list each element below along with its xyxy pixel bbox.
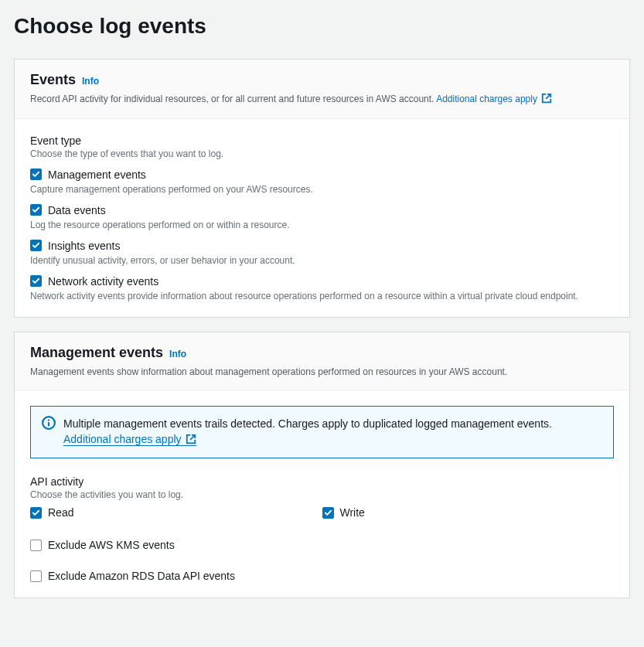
- read-label: Read: [48, 506, 73, 519]
- alert-text: Multiple management events trails detect…: [63, 416, 552, 431]
- management-panel-header: Management events Info Management events…: [15, 332, 629, 390]
- page-title: Choose log events: [14, 14, 630, 39]
- exclude-rds-checkbox-row[interactable]: Exclude Amazon RDS Data API events: [30, 570, 614, 582]
- external-link-icon: [541, 93, 552, 107]
- read-checkbox[interactable]: [30, 507, 42, 519]
- management-events-checkbox[interactable]: [30, 169, 42, 180]
- info-icon: [42, 416, 56, 433]
- management-events-checkbox-row[interactable]: Management events: [30, 169, 614, 181]
- network-events-checkbox-row[interactable]: Network activity events: [30, 275, 614, 288]
- events-info-link[interactable]: Info: [82, 76, 99, 87]
- read-checkbox-row[interactable]: Read: [30, 506, 322, 519]
- events-panel-header: Events Info Record API activity for indi…: [15, 60, 629, 119]
- exclude-rds-label: Exclude Amazon RDS Data API events: [48, 570, 235, 582]
- management-events-label: Management events: [48, 169, 146, 181]
- events-charges-link[interactable]: Additional charges apply: [436, 94, 552, 104]
- data-events-checkbox[interactable]: [30, 204, 42, 216]
- events-panel: Events Info Record API activity for indi…: [14, 59, 630, 318]
- events-panel-desc: Record API activity for individual resou…: [30, 93, 614, 107]
- management-panel: Management events Info Management events…: [14, 332, 630, 598]
- data-events-checkbox-row[interactable]: Data events: [30, 204, 614, 216]
- events-desc-text: Record API activity for individual resou…: [30, 94, 436, 104]
- data-events-label: Data events: [48, 204, 106, 216]
- exclude-rds-checkbox[interactable]: [30, 570, 42, 582]
- exclude-kms-checkbox-row[interactable]: Exclude AWS KMS events: [30, 539, 614, 551]
- event-type-label: Event type: [30, 135, 614, 147]
- management-info-link[interactable]: Info: [169, 349, 186, 359]
- write-checkbox-row[interactable]: Write: [322, 506, 615, 519]
- network-events-label: Network activity events: [48, 275, 158, 288]
- insights-events-desc: Identify unusual activity, errors, or us…: [30, 255, 614, 266]
- management-panel-body: Multiple management events trails detect…: [15, 390, 629, 598]
- event-type-hint: Choose the type of events that you want …: [30, 148, 614, 159]
- external-link-icon: [186, 433, 196, 448]
- management-events-desc: Capture management operations performed …: [30, 184, 614, 195]
- svg-rect-1: [48, 421, 49, 426]
- svg-rect-2: [48, 419, 49, 421]
- management-panel-desc: Management events show information about…: [30, 366, 614, 379]
- data-events-desc: Log the resource operations performed on…: [30, 220, 614, 230]
- network-events-checkbox[interactable]: [30, 275, 42, 287]
- insights-events-label: Insights events: [48, 240, 120, 252]
- write-checkbox[interactable]: [322, 507, 334, 519]
- events-panel-title: Events: [30, 72, 76, 88]
- exclude-kms-label: Exclude AWS KMS events: [48, 539, 175, 551]
- duplicate-trails-alert: Multiple management events trails detect…: [30, 406, 614, 459]
- alert-charges-link[interactable]: Additional charges apply: [63, 433, 196, 446]
- api-activity-hint: Choose the activities you want to log.: [30, 489, 614, 500]
- events-charges-link-text: Additional charges apply: [436, 94, 537, 104]
- api-activity-label: API activity: [30, 475, 614, 488]
- alert-link-text: Additional charges apply: [63, 433, 182, 445]
- network-events-desc: Network activity events provide informat…: [30, 291, 614, 301]
- events-panel-body: Event type Choose the type of events tha…: [15, 119, 629, 317]
- insights-events-checkbox-row[interactable]: Insights events: [30, 240, 614, 252]
- write-label: Write: [340, 506, 365, 519]
- management-panel-title: Management events: [30, 345, 163, 361]
- insights-events-checkbox[interactable]: [30, 240, 42, 251]
- exclude-kms-checkbox[interactable]: [30, 540, 42, 551]
